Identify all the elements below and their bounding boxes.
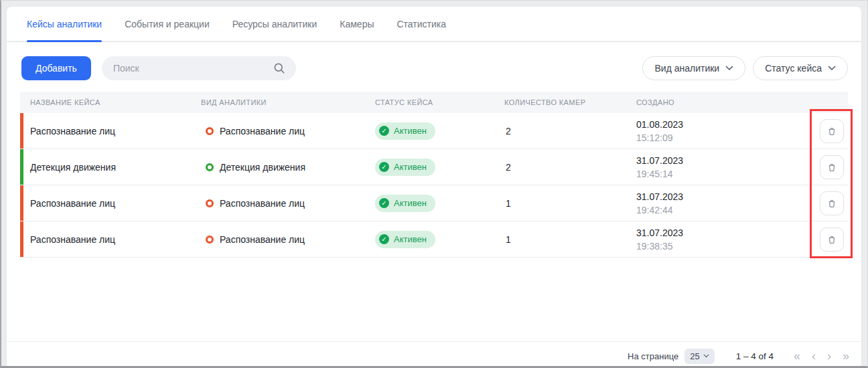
filter-case-status-label: Статус кейса — [765, 63, 822, 74]
pagination-range: 1 – 4 of 4 — [736, 351, 774, 361]
trash-icon — [826, 161, 838, 173]
analytics-type-label: Детекция движения — [220, 162, 305, 173]
created-time: 15:12:09 — [636, 131, 799, 145]
status-label: Активен — [394, 234, 427, 244]
delete-case-button[interactable] — [820, 227, 844, 252]
status-label: Активен — [394, 198, 427, 208]
cases-table: Название кейса Вид аналитики Статус кейс… — [20, 92, 848, 258]
created-time: 19:38:35 — [636, 240, 799, 253]
case-name: Распознавание лиц — [23, 198, 201, 209]
chevron-down-icon — [828, 66, 836, 71]
first-page-button[interactable]: « — [794, 350, 800, 362]
cameras-count: 2 — [504, 162, 636, 173]
delete-case-button[interactable] — [820, 119, 844, 143]
status-label: Активен — [394, 162, 427, 172]
tab-analytics-resources[interactable]: Ресурсы аналитики — [232, 19, 317, 41]
analytics-type-icon — [206, 127, 214, 135]
tab-bar: Кейсы аналитики События и реакции Ресурс… — [7, 7, 861, 42]
table-header-row: Название кейса Вид аналитики Статус кейс… — [20, 92, 848, 113]
column-header-name: Название кейса — [20, 98, 201, 106]
toolbar: Добавить Вид аналитики Статус кейса — [21, 56, 848, 80]
pager-controls: « ‹ › » — [794, 350, 849, 362]
table-row[interactable]: Распознавание лиц Распознавание лиц ✓ Ак… — [20, 113, 848, 149]
analytics-type-label: Распознавание лиц — [220, 198, 305, 209]
filter-analytics-type-label: Вид аналитики — [654, 63, 719, 74]
tab-analytics-cases[interactable]: Кейсы аналитики — [27, 19, 102, 41]
pagination-bar: На странице 25 1 – 4 of 4 « ‹ › » — [7, 341, 861, 368]
analytics-type-icon — [206, 236, 214, 244]
next-page-button[interactable]: › — [827, 350, 831, 362]
created-date: 31.07.2023 — [636, 226, 799, 240]
analytics-type-label: Распознавание лиц — [220, 234, 305, 245]
case-name: Распознавание лиц — [23, 126, 201, 136]
actions-cell — [799, 227, 848, 252]
table-row[interactable]: Распознавание лиц Распознавание лиц ✓ Ак… — [20, 221, 848, 258]
created-time: 19:45:14 — [636, 167, 799, 181]
created-cell: 31.07.2023 19:42:44 — [636, 190, 799, 217]
check-circle-icon: ✓ — [379, 234, 389, 244]
status-cell: ✓ Активен — [375, 159, 504, 176]
filter-case-status[interactable]: Статус кейса — [753, 56, 848, 80]
cameras-count: 1 — [504, 234, 636, 245]
search-input[interactable] — [102, 56, 296, 80]
created-cell: 31.07.2023 19:45:14 — [636, 154, 799, 181]
analytics-type-cell: Распознавание лиц — [201, 234, 375, 245]
status-cell: ✓ Активен — [375, 122, 504, 140]
search-field-wrap — [102, 56, 296, 80]
status-label: Активен — [394, 126, 427, 136]
tab-cameras[interactable]: Камеры — [340, 19, 374, 41]
status-badge: ✓ Активен — [375, 195, 435, 212]
actions-cell — [799, 191, 848, 215]
delete-case-button[interactable] — [820, 191, 844, 215]
filter-analytics-type[interactable]: Вид аналитики — [642, 56, 745, 80]
per-page-label: На странице — [628, 351, 678, 361]
table-row[interactable]: Распознавание лиц Распознавание лиц ✓ Ак… — [20, 185, 848, 221]
check-circle-icon: ✓ — [379, 162, 389, 172]
check-circle-icon: ✓ — [379, 126, 389, 136]
analytics-type-cell: Распознавание лиц — [201, 126, 375, 136]
analytics-type-icon — [206, 163, 214, 171]
created-cell: 31.07.2023 19:38:35 — [636, 226, 799, 253]
column-header-cameras: Количество камер — [504, 98, 636, 106]
analytics-cases-panel: Кейсы аналитики События и реакции Ресурс… — [7, 7, 861, 368]
created-time: 19:42:44 — [636, 203, 799, 217]
last-page-button[interactable]: » — [843, 350, 849, 362]
trash-icon — [826, 125, 838, 137]
actions-cell — [799, 155, 848, 179]
created-date: 31.07.2023 — [636, 154, 799, 167]
tab-events-reactions[interactable]: События и реакции — [125, 19, 210, 41]
per-page-value: 25 — [690, 351, 699, 361]
status-badge: ✓ Активен — [375, 231, 435, 248]
analytics-type-cell: Детекция движения — [201, 162, 375, 173]
status-cell: ✓ Активен — [375, 195, 504, 212]
column-header-created: Создано — [636, 98, 796, 106]
trash-icon — [826, 197, 838, 209]
chevron-down-icon — [703, 354, 709, 358]
case-name: Распознавание лиц — [23, 234, 201, 245]
analytics-type-icon — [206, 199, 214, 207]
cameras-count: 2 — [504, 126, 636, 136]
status-badge: ✓ Активен — [375, 122, 435, 140]
delete-case-button[interactable] — [820, 155, 844, 179]
prev-page-button[interactable]: ‹ — [812, 350, 816, 362]
check-circle-icon: ✓ — [379, 198, 389, 208]
column-header-status: Статус кейса — [375, 98, 504, 106]
status-cell: ✓ Активен — [375, 231, 504, 248]
per-page-select[interactable]: 25 — [684, 349, 714, 364]
status-badge: ✓ Активен — [375, 159, 435, 176]
tab-statistics[interactable]: Статистика — [397, 19, 447, 41]
created-cell: 01.08.2023 15:12:09 — [636, 118, 799, 145]
created-date: 01.08.2023 — [636, 118, 799, 131]
cameras-count: 1 — [504, 198, 636, 209]
analytics-type-label: Распознавание лиц — [220, 126, 305, 136]
column-header-type: Вид аналитики — [201, 98, 375, 106]
created-date: 31.07.2023 — [636, 190, 799, 203]
chevron-down-icon — [725, 66, 733, 71]
actions-cell — [799, 119, 848, 143]
search-icon — [273, 62, 286, 75]
table-row[interactable]: Детекция движения Детекция движения ✓ Ак… — [20, 149, 848, 185]
trash-icon — [826, 234, 838, 246]
add-case-button[interactable]: Добавить — [21, 56, 91, 80]
analytics-type-cell: Распознавание лиц — [201, 198, 375, 209]
table-body: Распознавание лиц Распознавание лиц ✓ Ак… — [20, 113, 848, 258]
